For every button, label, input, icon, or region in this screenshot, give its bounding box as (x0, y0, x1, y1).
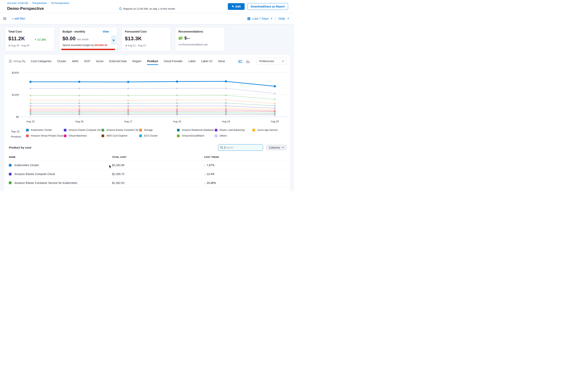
column-header[interactable]: TOTAL COST (112, 156, 204, 158)
breadcrumb-all-perspectives-link[interactable]: All Perspectives (51, 1, 69, 4)
series-point (274, 107, 276, 109)
series-point (30, 99, 31, 101)
total-cost-card: Total Cost $11.2K ▼ 17.2% of Aug 15 - Au… (5, 27, 55, 52)
group-by-tab-cluster[interactable]: Cluster (57, 58, 66, 64)
group-by-tab-product[interactable]: Product (147, 58, 158, 64)
group-by-tab-label-v2[interactable]: Label V2 (201, 58, 213, 64)
trend-down-arrow-icon: ↓ (204, 164, 206, 167)
legend-swatch (102, 129, 104, 132)
group-by-tab-none[interactable]: None (218, 58, 225, 64)
row-product-name: Amazon Elastic Container Service for Kub… (14, 181, 77, 185)
reports-note-text: Reports At 12:00 AM, on day 1 of the mon… (123, 7, 175, 10)
legend-item[interactable]: Amazon Elastic Compute Clo... (64, 129, 102, 132)
legend-label: Amazon Elastic Container Se... (106, 129, 141, 132)
filter-sliders-icon[interactable] (3, 17, 7, 20)
bar-chart-icon[interactable] (246, 59, 250, 63)
row-color-swatch (9, 173, 11, 175)
row-total-cost: $2,283.98 (112, 164, 204, 167)
legend-item[interactable]: Storage (139, 129, 177, 132)
page-title: Demo-Perspective (7, 6, 44, 11)
series-point (225, 95, 227, 96)
chevron-down-icon (282, 147, 284, 148)
legend-item[interactable]: Others (215, 134, 252, 137)
table-row[interactable]: Amazon Elastic Compute Cloud$2,269.75↓13… (4, 170, 290, 178)
legend-label: Elastic Load Balancing (220, 129, 244, 132)
table-row[interactable]: Amazon Elastic Container Service for Kub… (4, 178, 290, 187)
legend-item[interactable]: Elastic Load Balancing (215, 129, 252, 132)
group-by-tab-gcp[interactable]: GCP (84, 58, 90, 64)
search-input[interactable] (225, 146, 258, 149)
columns-dropdown[interactable]: Columns (266, 144, 287, 151)
legend-swatch (64, 129, 66, 132)
add-filter-button[interactable]: + add filter (12, 17, 25, 20)
date-range-dropdown[interactable]: Last 7 Days (252, 17, 269, 20)
calendar-icon (247, 17, 251, 20)
legend-item[interactable]: AWS Cost Explorer (102, 134, 139, 137)
legend-swatch (215, 134, 217, 137)
table-row[interactable]: Kubernetes Cluster$2,283.98↓7.87% (4, 161, 290, 170)
series-point (78, 107, 80, 109)
legend-item[interactable]: ECS Cluster (139, 134, 177, 137)
row-product-name: Kubernetes Cluster (14, 164, 39, 167)
group-by-tab-label[interactable]: Label (188, 58, 195, 64)
chevron-down-icon[interactable]: ▼ (287, 17, 289, 20)
forecasted-cost-period: of Aug 21 - Aug 27 (125, 44, 168, 47)
download-save-report-button[interactable]: Download/Save as Report (247, 3, 288, 10)
group-by-tab-cloud-provider[interactable]: Cloud Provider (164, 58, 183, 64)
legend-label: ECS Cluster (144, 134, 158, 137)
series-line (30, 112, 275, 112)
group-by-row: Group By Cost CategoriesClusterAWSGCPAzu… (4, 57, 290, 65)
granularity-dropdown[interactable]: Daily (278, 17, 285, 20)
edit-button[interactable]: ✎ Edit (228, 3, 245, 10)
series-point (127, 88, 129, 89)
legend-swatch (139, 129, 142, 132)
trend-down-arrow-icon: ↓ (204, 172, 206, 176)
legend-item[interactable]: Amazon Elastic Container Se... (102, 129, 139, 132)
budget-expand-button[interactable]: ▶ (111, 36, 116, 45)
series-point (225, 107, 227, 109)
search-box[interactable] (218, 144, 263, 151)
preferences-dropdown[interactable]: Preferences (257, 58, 287, 64)
legend-item[interactable]: Azure App Service (252, 129, 290, 132)
series-point (225, 105, 227, 107)
group-by-tab-external-data[interactable]: External Data (109, 58, 127, 64)
chevron-down-icon[interactable]: ▼ (271, 17, 273, 20)
legend-item[interactable]: AmazonCloudWatch (177, 134, 215, 137)
line-chart-icon[interactable] (238, 59, 243, 63)
series-point (78, 95, 80, 96)
group-by-tab-azure[interactable]: Azure (96, 58, 104, 64)
y-axis-tick-label: $1200 (12, 93, 19, 96)
x-axis-tick-label: Aug 16 (75, 120, 83, 123)
legend-label: Virtual Machines (69, 134, 87, 137)
series-point (127, 105, 129, 107)
row-color-swatch (9, 182, 11, 184)
series-point (78, 105, 80, 107)
breadcrumb-account-link[interactable]: Account: CCM-NG (7, 1, 28, 4)
total-cost-label: Total Cost (8, 30, 52, 33)
series-point (176, 107, 178, 109)
budget-view-link[interactable]: View (103, 30, 109, 33)
legend-item[interactable]: Kubernetes Cluster (26, 129, 64, 132)
y-axis-tick-label: $0 (16, 115, 19, 118)
series-point (29, 81, 32, 83)
total-cost-period: of Aug 15 - Aug 20 (8, 44, 52, 47)
row-trend-value: 20.46% (207, 181, 216, 185)
legend-item[interactable]: Virtual Machines (64, 134, 102, 137)
legend-swatch (139, 134, 142, 137)
group-by-tab-aws[interactable]: AWS (72, 58, 79, 64)
reports-schedule-note: Reports At 12:00 AM, on day 1 of the mon… (119, 7, 175, 10)
bell-icon (119, 7, 122, 10)
column-header[interactable]: NAME (9, 156, 112, 158)
group-by-tab-cost-categories[interactable]: Cost Categories (31, 58, 52, 64)
legend-item[interactable]: Amazon Relational Database ... (177, 129, 215, 132)
cost-trend-chart: $0$1200$2400Aug 15Aug 16Aug 17Aug 18Aug … (4, 67, 290, 128)
breadcrumb-perspectives-link[interactable]: Perspectives (32, 1, 47, 4)
x-axis-tick-label: Aug 20 (271, 120, 279, 123)
column-header[interactable]: COST TREND (204, 156, 290, 158)
legend-item[interactable]: Amazon Virtual Private Cloud (26, 134, 64, 137)
series-point (30, 107, 31, 109)
group-by-tab-region[interactable]: Region (132, 58, 142, 64)
legend-swatch (26, 134, 29, 137)
series-point (274, 85, 276, 87)
preferences-label: Preferences (259, 59, 274, 63)
